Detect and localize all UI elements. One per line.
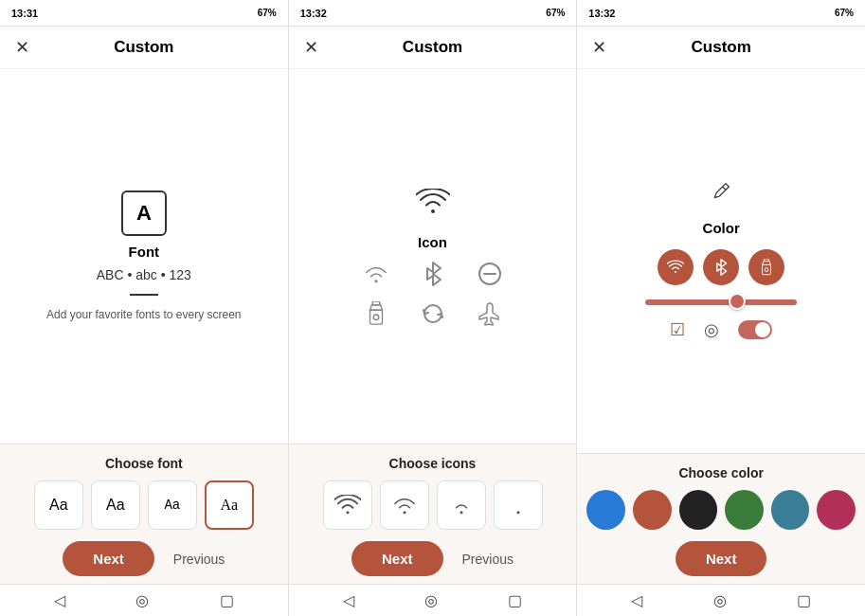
icon-rotate [421, 301, 445, 326]
icon-flashlight [368, 301, 385, 326]
icon-grid [355, 262, 511, 326]
icon-wifi-outline [363, 262, 389, 286]
time-3: 13:32 [588, 8, 615, 19]
color-picker-icon [712, 182, 730, 207]
icon-label: Icon [418, 234, 447, 250]
nav-home-2[interactable]: ◎ [424, 591, 438, 609]
status-segment-3: 13:32 67% [577, 0, 865, 26]
svg-point-6 [765, 268, 768, 272]
color-slider-track [645, 299, 797, 305]
status-icons-3: 67% [835, 8, 854, 18]
color-option-black[interactable] [679, 490, 718, 530]
status-bar: 13:31 67% 13:32 67% 13:32 67% [0, 0, 865, 27]
icon-next-button[interactable]: Next [351, 541, 443, 576]
font-icon-box: A [121, 190, 167, 236]
icon-minus-circle [478, 262, 502, 286]
font-option-1[interactable]: Aa [34, 480, 83, 530]
status-segment-1: 13:31 67% [0, 0, 289, 26]
font-actions-row: Next Previous [0, 541, 288, 576]
font-divider [130, 294, 158, 296]
color-option-blue[interactable] [586, 490, 625, 530]
panel-color-content: Color ☑ [577, 69, 865, 453]
panel-icon-content: Icon [289, 69, 577, 444]
toggle-on[interactable] [738, 320, 772, 339]
color-preview: Color ☑ [596, 182, 846, 340]
choose-icons-label: Choose icons [289, 456, 577, 471]
font-abc: ABC • abc • 123 [97, 267, 191, 282]
close-btn-icon[interactable]: ✕ [304, 39, 318, 56]
nav-back-1[interactable]: ◁ [54, 591, 65, 609]
choose-color-label: Choose color [577, 465, 865, 480]
font-label: Font [129, 244, 159, 260]
font-next-button[interactable]: Next [63, 541, 154, 576]
font-option-4[interactable]: Aa [205, 480, 254, 530]
color-option-pink[interactable] [817, 490, 856, 530]
status-icons-1: 67% [258, 8, 277, 18]
panel-color-title: Custom [692, 38, 751, 57]
font-options-row: Aa Aa Aa Aa [0, 480, 288, 530]
status-segment-2: 13:32 67% [289, 0, 578, 26]
panel-icon-header: ✕ Custom [289, 27, 577, 69]
color-next-button[interactable]: Next [676, 541, 767, 576]
panel-font-bottom: Choose font Aa Aa Aa Aa Next Previous [0, 444, 288, 584]
icon-main-wifi [416, 188, 450, 223]
icon-bluetooth [424, 262, 442, 286]
nav-bar: ◁ ◎ ▢ ◁ ◎ ▢ ◁ ◎ ▢ [0, 584, 865, 616]
color-circle-wifi[interactable] [658, 249, 694, 285]
color-circle-flash[interactable] [748, 249, 784, 285]
battery-3: 67% [835, 8, 854, 18]
icon-preview: Icon [355, 188, 511, 326]
panel-font-content: A Font ABC • abc • 123 Add your favorite… [0, 69, 288, 444]
nav-recent-3[interactable]: ▢ [797, 591, 811, 609]
font-option-3[interactable]: Aa [148, 480, 197, 530]
panel-color-bottom: Choose color Next [577, 453, 865, 584]
icon-prev-button[interactable]: Previous [462, 552, 514, 567]
icon-option-2[interactable] [380, 480, 429, 530]
color-actions-row: Next [577, 541, 865, 576]
font-preview: A Font ABC • abc • 123 Add your favorite… [46, 190, 241, 323]
panel-color: ✕ Custom Color [577, 27, 865, 584]
time-1: 13:31 [11, 8, 38, 19]
nav-back-2[interactable]: ◁ [343, 591, 354, 609]
nav-home-3[interactable]: ◎ [713, 591, 727, 609]
time-2: 13:32 [300, 8, 327, 19]
panel-icon: ✕ Custom Icon [289, 27, 578, 584]
icon-option-4[interactable] [494, 480, 543, 530]
nav-segment-1: ◁ ◎ ▢ [0, 585, 289, 616]
battery-1: 67% [258, 8, 277, 18]
font-desc: Add your favorite fonts to every screen [46, 307, 241, 323]
color-option-brown[interactable] [633, 490, 672, 530]
panel-font-header: ✕ Custom [0, 27, 288, 69]
icon-option-1[interactable] [323, 480, 372, 530]
panels-container: ✕ Custom A Font ABC • abc • 123 Add your… [0, 27, 865, 584]
color-circle-bt[interactable] [703, 249, 739, 285]
radio-icon[interactable]: ◎ [704, 319, 719, 340]
font-option-2[interactable]: Aa [91, 480, 140, 530]
font-prev-button[interactable]: Previous [173, 552, 225, 567]
panel-icon-bottom: Choose icons Next Previous [289, 444, 577, 584]
nav-segment-3: ◁ ◎ ▢ [577, 585, 865, 616]
close-btn-color[interactable]: ✕ [592, 39, 606, 56]
nav-recent-1[interactable]: ▢ [220, 591, 234, 609]
color-option-green[interactable] [725, 490, 764, 530]
nav-recent-2[interactable]: ▢ [508, 591, 522, 609]
battery-2: 67% [546, 8, 565, 18]
panel-font: ✕ Custom A Font ABC • abc • 123 Add your… [0, 27, 289, 584]
panel-font-title: Custom [114, 38, 173, 57]
color-label: Color [703, 220, 740, 236]
color-option-teal[interactable] [771, 490, 810, 530]
color-slider[interactable] [645, 299, 797, 306]
icon-airplane [478, 301, 502, 326]
close-btn-font[interactable]: ✕ [15, 39, 29, 56]
icon-option-3[interactable] [437, 480, 486, 530]
svg-point-3 [373, 314, 379, 319]
status-icons-2: 67% [546, 8, 565, 18]
color-slider-thumb [729, 293, 746, 310]
svg-rect-2 [369, 310, 382, 324]
font-icon-letter: A [136, 201, 152, 226]
nav-back-3[interactable]: ◁ [631, 591, 642, 609]
svg-rect-5 [763, 264, 771, 274]
checkbox-icon[interactable]: ☑ [670, 319, 685, 340]
nav-home-1[interactable]: ◎ [135, 591, 149, 609]
panel-icon-title: Custom [403, 38, 462, 57]
